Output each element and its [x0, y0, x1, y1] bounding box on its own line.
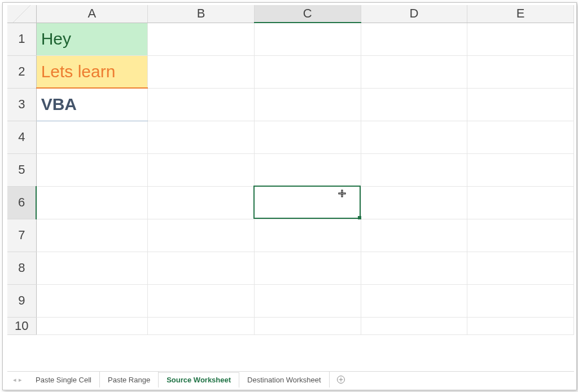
cell-A9[interactable]	[36, 284, 148, 317]
cell-D9[interactable]	[361, 284, 467, 317]
tab-scroll-prev-icon[interactable]: ◂	[12, 376, 17, 384]
cell-A2[interactable]: Lets learn	[36, 55, 148, 88]
cell-C7[interactable]	[254, 219, 361, 252]
cell-E7[interactable]	[467, 219, 574, 252]
cell-B8[interactable]	[148, 252, 255, 284]
cell-D2[interactable]	[361, 55, 467, 88]
cell-B2[interactable]	[148, 55, 255, 88]
cell-B4[interactable]	[148, 121, 255, 153]
cell-A5[interactable]	[36, 153, 148, 186]
cell-D1[interactable]	[361, 23, 467, 55]
sheet-tab-2[interactable]: Source Worksheet	[159, 372, 239, 388]
sheet-tab-1[interactable]: Paste Range	[100, 372, 159, 387]
cell-D6[interactable]	[361, 186, 467, 219]
cell-B10[interactable]	[148, 317, 255, 334]
sheet-tab-0[interactable]: Paste Single Cell	[28, 372, 100, 387]
col-header-C[interactable]: C	[254, 5, 361, 23]
row-header-8[interactable]: 8	[7, 252, 36, 284]
cell-C1[interactable]	[254, 23, 361, 55]
row-header-3[interactable]: 3	[7, 88, 36, 121]
cell-B9[interactable]	[148, 284, 255, 317]
cell-E8[interactable]	[467, 252, 574, 284]
row-header-7[interactable]: 7	[7, 219, 36, 252]
tab-scroll-next-icon[interactable]: ▸	[17, 376, 23, 384]
cell-E1[interactable]	[467, 23, 574, 55]
cell-E6[interactable]	[467, 186, 574, 219]
col-header-A[interactable]: A	[36, 5, 148, 23]
cell-C2[interactable]	[254, 55, 361, 88]
select-all-corner[interactable]	[7, 5, 36, 23]
cell-D3[interactable]	[361, 88, 467, 121]
col-header-E[interactable]: E	[467, 5, 574, 23]
cell-A6[interactable]	[36, 186, 148, 219]
col-header-D[interactable]: D	[361, 5, 467, 23]
row-header-10[interactable]: 10	[7, 317, 36, 334]
row-header-9[interactable]: 9	[7, 284, 36, 317]
cell-E5[interactable]	[467, 153, 574, 186]
cell-C4[interactable]	[254, 121, 361, 153]
row-header-1[interactable]: 1	[7, 23, 36, 55]
tab-scroll-controls: ◂ ▸	[7, 372, 28, 387]
cell-A8[interactable]	[36, 252, 148, 284]
cell-E9[interactable]	[467, 284, 574, 317]
cell-D8[interactable]	[361, 252, 467, 284]
cell-D10[interactable]	[361, 317, 467, 334]
row-header-2[interactable]: 2	[7, 55, 36, 88]
cell-A4[interactable]	[36, 121, 148, 153]
add-sheet-button[interactable]	[330, 372, 352, 387]
cell-E2[interactable]	[467, 55, 574, 88]
cell-E3[interactable]	[467, 88, 574, 121]
cell-E10[interactable]	[467, 317, 574, 334]
cell-B5[interactable]	[148, 153, 255, 186]
cell-D4[interactable]	[361, 121, 467, 153]
cell-C9[interactable]	[254, 284, 361, 317]
cell-C3[interactable]	[254, 88, 361, 121]
cell-A10[interactable]	[36, 317, 148, 334]
row-header-6[interactable]: 6	[7, 186, 36, 219]
row-header-4[interactable]: 4	[7, 121, 36, 153]
cell-D7[interactable]	[361, 219, 467, 252]
cell-B7[interactable]	[148, 219, 255, 252]
sheet-tab-3[interactable]: Destination Worksheet	[239, 372, 330, 387]
col-header-B[interactable]: B	[148, 5, 255, 23]
plus-circle-icon	[336, 375, 345, 384]
cell-A7[interactable]	[36, 219, 148, 252]
cell-B1[interactable]	[148, 23, 255, 55]
cell-D5[interactable]	[361, 153, 467, 186]
grid-area: A B C D E 1 Hey 2 Lets learn	[7, 5, 574, 367]
row-header-5[interactable]: 5	[7, 153, 36, 186]
cell-C6[interactable]	[254, 186, 361, 219]
cell-B6[interactable]	[148, 186, 255, 219]
cell-C5[interactable]	[254, 153, 361, 186]
spreadsheet-grid[interactable]: A B C D E 1 Hey 2 Lets learn	[7, 5, 574, 335]
cell-C10[interactable]	[254, 317, 361, 334]
cell-B3[interactable]	[148, 88, 255, 121]
sheet-tab-strip: ◂ ▸ Paste Single Cell Paste Range Source…	[7, 371, 574, 387]
cell-E4[interactable]	[467, 121, 574, 153]
cell-A3[interactable]: VBA	[36, 88, 148, 121]
spreadsheet-window: A B C D E 1 Hey 2 Lets learn	[2, 2, 577, 390]
cell-A1[interactable]: Hey	[36, 23, 148, 55]
cell-C8[interactable]	[254, 252, 361, 284]
